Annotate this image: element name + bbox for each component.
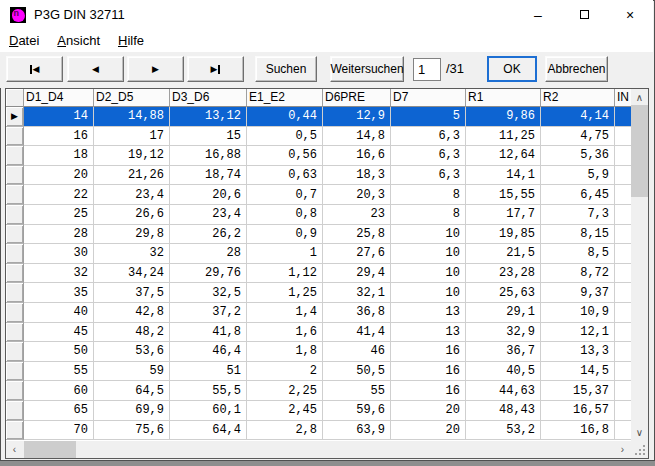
cell[interactable]: 7,3: [541, 205, 615, 225]
cell[interactable]: 29,8: [94, 225, 170, 245]
cell[interactable]: 6,3: [391, 146, 466, 166]
row-indicator[interactable]: [6, 185, 24, 205]
cell[interactable]: 63,9: [323, 421, 391, 441]
cell[interactable]: 0,44: [247, 107, 323, 127]
cell[interactable]: 11,25: [466, 127, 541, 147]
cell[interactable]: 4,75: [541, 127, 615, 147]
cell[interactable]: [615, 205, 631, 225]
row-indicator[interactable]: [6, 362, 24, 382]
cell[interactable]: 0,7: [247, 185, 323, 205]
cell[interactable]: 50,5: [323, 362, 391, 382]
cell[interactable]: 0,5: [247, 127, 323, 147]
cell[interactable]: 25: [24, 205, 94, 225]
column-header-d6pre[interactable]: D6PRE: [323, 89, 391, 107]
cell[interactable]: 15: [170, 127, 247, 147]
next-record-button[interactable]: ▶: [127, 56, 184, 82]
cell[interactable]: 55: [24, 362, 94, 382]
cell[interactable]: [615, 146, 631, 166]
cell[interactable]: 1,8: [247, 342, 323, 362]
row-indicator[interactable]: [6, 381, 24, 401]
cell[interactable]: 13: [391, 323, 466, 343]
cell[interactable]: 59,6: [323, 401, 391, 421]
cell[interactable]: 13,12: [170, 107, 247, 127]
cell[interactable]: 64,4: [170, 421, 247, 441]
cell[interactable]: 26,2: [170, 225, 247, 245]
cell[interactable]: 25,8: [323, 225, 391, 245]
cell[interactable]: 16,6: [323, 146, 391, 166]
cell[interactable]: [615, 264, 631, 284]
cell[interactable]: 34,24: [94, 264, 170, 284]
cell[interactable]: 40,5: [466, 362, 541, 382]
cell[interactable]: 40: [24, 303, 94, 323]
cell[interactable]: 9,37: [541, 283, 615, 303]
cell[interactable]: 21,5: [466, 244, 541, 264]
cell[interactable]: [615, 401, 631, 421]
cell[interactable]: 1: [247, 244, 323, 264]
cell[interactable]: [615, 127, 631, 147]
cell[interactable]: 10: [391, 225, 466, 245]
cell[interactable]: 2,8: [247, 421, 323, 441]
cell[interactable]: [615, 381, 631, 401]
cell[interactable]: 45: [24, 323, 94, 343]
cell[interactable]: 44,63: [466, 381, 541, 401]
search-next-button[interactable]: Weitersuchen: [330, 56, 404, 82]
cell[interactable]: [615, 421, 631, 441]
cell[interactable]: 16,8: [541, 421, 615, 441]
row-indicator[interactable]: ▶: [6, 107, 24, 127]
cell[interactable]: 12,9: [323, 107, 391, 127]
scroll-right-button[interactable]: ›: [614, 441, 631, 458]
cell[interactable]: 48,43: [466, 401, 541, 421]
cell[interactable]: 30: [24, 244, 94, 264]
column-header-in[interactable]: IN: [615, 89, 631, 107]
cell[interactable]: 1,6: [247, 323, 323, 343]
cell[interactable]: [615, 342, 631, 362]
scroll-left-button[interactable]: ‹: [6, 441, 23, 458]
cell[interactable]: 13: [391, 303, 466, 323]
cell[interactable]: 14,1: [466, 166, 541, 186]
cell[interactable]: 32,1: [323, 283, 391, 303]
cell[interactable]: 2,25: [247, 381, 323, 401]
cell[interactable]: 32,5: [170, 283, 247, 303]
cell[interactable]: 23,4: [94, 185, 170, 205]
search-button[interactable]: Suchen: [255, 56, 317, 82]
cell[interactable]: 29,4: [323, 264, 391, 284]
cell[interactable]: 53,2: [466, 421, 541, 441]
cell[interactable]: 42,8: [94, 303, 170, 323]
cell[interactable]: [615, 185, 631, 205]
cell[interactable]: 46,4: [170, 342, 247, 362]
cell[interactable]: 12,64: [466, 146, 541, 166]
row-indicator[interactable]: [6, 166, 24, 186]
row-indicator[interactable]: [6, 303, 24, 323]
column-header-d1_d4[interactable]: D1_D4: [24, 89, 94, 107]
cell[interactable]: 5: [391, 107, 466, 127]
menu-item-datei[interactable]: Datei: [0, 30, 48, 52]
minimize-button[interactable]: –: [515, 0, 561, 29]
cell[interactable]: 1,4: [247, 303, 323, 323]
cell[interactable]: 9,86: [466, 107, 541, 127]
cell[interactable]: 29,76: [170, 264, 247, 284]
cell[interactable]: 1,12: [247, 264, 323, 284]
row-indicator[interactable]: [6, 342, 24, 362]
cell[interactable]: 21,26: [94, 166, 170, 186]
cell[interactable]: 2,45: [247, 401, 323, 421]
column-header-d3_d6[interactable]: D3_D6: [170, 89, 247, 107]
app-icon[interactable]: n: [10, 7, 26, 23]
column-header-r1[interactable]: R1: [466, 89, 541, 107]
cell[interactable]: 32: [24, 264, 94, 284]
cell[interactable]: 14: [24, 107, 94, 127]
cell[interactable]: [615, 323, 631, 343]
close-button[interactable]: ×: [607, 0, 653, 29]
cell[interactable]: 20: [391, 421, 466, 441]
cell[interactable]: 46: [323, 342, 391, 362]
cell[interactable]: 14,8: [323, 127, 391, 147]
cell[interactable]: 10: [391, 264, 466, 284]
row-indicator[interactable]: [6, 146, 24, 166]
row-indicator[interactable]: [6, 323, 24, 343]
maximize-button[interactable]: [561, 0, 607, 29]
menu-item-hilfe[interactable]: Hilfe: [109, 30, 153, 52]
scroll-up-button[interactable]: ∧: [631, 89, 648, 106]
cell[interactable]: 48,2: [94, 323, 170, 343]
cell[interactable]: 16: [24, 127, 94, 147]
prior-record-button[interactable]: ◀: [67, 56, 124, 82]
cell[interactable]: 13,3: [541, 342, 615, 362]
